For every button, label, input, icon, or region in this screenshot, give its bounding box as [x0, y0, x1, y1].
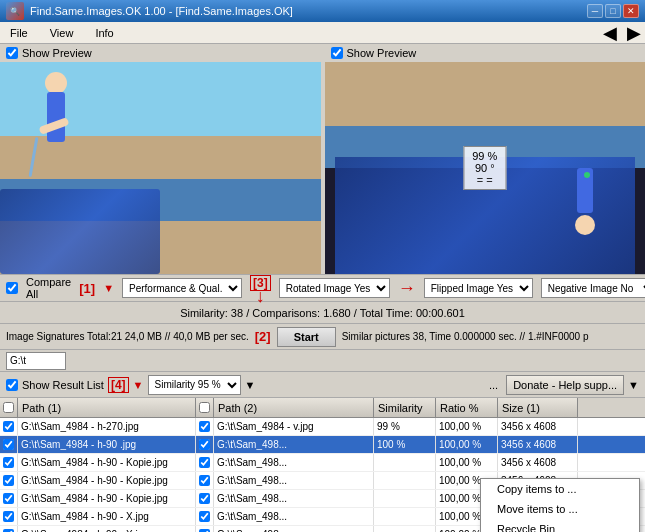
row-path1-0: G:\t\Sam_4984 - h-270.jpg — [18, 418, 196, 435]
flipped-select[interactable]: Flipped Image Yes Flipped Image No — [424, 278, 533, 298]
checkbox2-5[interactable] — [199, 511, 210, 522]
start-bar: Image Signatures Total:21 24,0 MB // 40,… — [0, 324, 645, 350]
checkbox1-2[interactable] — [3, 457, 14, 468]
row-path2-1: G:\t\Sam_498... — [214, 436, 374, 453]
checkbox1-1[interactable] — [3, 439, 14, 450]
context-recycle[interactable]: Recycle Bin — [481, 519, 639, 532]
menu-view[interactable]: View — [44, 25, 80, 41]
checkbox2-3[interactable] — [199, 475, 210, 486]
preview-section: Show Preview — [0, 44, 645, 274]
row-check2-4[interactable] — [196, 490, 214, 507]
close-button[interactable]: ✕ — [623, 4, 639, 18]
checkbox2-2[interactable] — [199, 457, 210, 468]
label-4: [4] — [108, 377, 129, 393]
scene-left — [0, 62, 321, 274]
row-check1-4[interactable] — [0, 490, 18, 507]
context-move[interactable]: Move items to ... — [481, 499, 639, 519]
header-check1 — [0, 398, 18, 417]
label-1: [1] — [79, 281, 95, 296]
nav-back-button[interactable]: ◀ — [603, 22, 617, 44]
compare-all-checkbox[interactable] — [6, 282, 18, 294]
row-sim-2 — [374, 454, 436, 471]
row-path1-6: G:\t\Sam_4984 - h-90 - X.jpg — [18, 526, 196, 532]
nav-forward-button[interactable]: ▶ — [627, 22, 641, 44]
row-path1-5: G:\t\Sam_4984 - h-90 - X.jpg — [18, 508, 196, 525]
show-preview-right-checkbox[interactable] — [331, 47, 343, 59]
start-button[interactable]: Start — [277, 327, 336, 347]
checkbox2-1[interactable] — [199, 439, 210, 450]
arrow-down-3: ↓ — [256, 291, 265, 302]
row-check2-5[interactable] — [196, 508, 214, 525]
context-menu[interactable]: Copy items to ... Move items to ... Recy… — [480, 478, 640, 532]
title-bar-controls[interactable]: ─ □ ✕ — [587, 4, 639, 18]
row-check1-2[interactable] — [0, 454, 18, 471]
preview-pane-left: Show Preview — [0, 44, 321, 274]
child-head — [45, 72, 67, 94]
dropdown-arrow-4: ▼ — [133, 379, 144, 391]
similarity-bar: Similarity: 38 / Comparisons: 1.680 / To… — [0, 302, 645, 324]
compare-all-label: Compare All — [26, 276, 71, 300]
row-size-2: 3456 x 4608 — [498, 454, 578, 471]
menu-file[interactable]: File — [4, 25, 34, 41]
similar-text: Similar pictures 38, Time 0.000000 sec. … — [342, 331, 639, 342]
header-ratio[interactable]: Ratio % — [436, 398, 498, 417]
table-row[interactable]: G:\t\Sam_4984 - h-90 .jpg G:\t\Sam_498..… — [0, 436, 645, 454]
minimize-button[interactable]: ─ — [587, 4, 603, 18]
header-checkbox-2[interactable] — [199, 402, 210, 413]
header-similarity[interactable]: Similarity — [374, 398, 436, 417]
header-path2[interactable]: Path (2) — [214, 398, 374, 417]
row-sim-4 — [374, 490, 436, 507]
checkbox1-4[interactable] — [3, 493, 14, 504]
checkbox1-5[interactable] — [3, 511, 14, 522]
overlay-equals: = = — [472, 174, 497, 186]
dropdown-arrow-5: ▼ — [245, 379, 256, 391]
checkbox1-3[interactable] — [3, 475, 14, 486]
table-row[interactable]: G:\t\Sam_4984 - h-270.jpg G:\t\Sam_4984 … — [0, 418, 645, 436]
row-check2-6[interactable] — [196, 526, 214, 532]
show-result-list-label: Show Result List — [22, 379, 104, 391]
row-path1-2: G:\t\Sam_4984 - h-90 - Kopie.jpg — [18, 454, 196, 471]
checkbox1-0[interactable] — [3, 421, 14, 432]
signatures-text: Image Signatures Total:21 24,0 MB // 40,… — [6, 331, 249, 342]
row-check1-3[interactable] — [0, 472, 18, 489]
table-row[interactable]: G:\t\Sam_4984 - h-90 - Kopie.jpg G:\t\Sa… — [0, 454, 645, 472]
row-check1-0[interactable] — [0, 418, 18, 435]
performance-select[interactable]: Performance & Qual... — [122, 278, 242, 298]
row-check2-3[interactable] — [196, 472, 214, 489]
negative-select[interactable]: Negative Image No Negative Image Yes — [541, 278, 645, 298]
row-check1-5[interactable] — [0, 508, 18, 525]
overlay-angle: 90 ° — [472, 162, 497, 174]
show-result-list-checkbox[interactable] — [6, 379, 18, 391]
row-path2-0: G:\t\Sam_4984 - v.jpg — [214, 418, 374, 435]
menu-info[interactable]: Info — [89, 25, 119, 41]
donate-help-button[interactable]: Donate - Help supp... — [506, 375, 624, 395]
show-preview-left-checkbox[interactable] — [6, 47, 18, 59]
checkbox2-4[interactable] — [199, 493, 210, 504]
row-sim-3 — [374, 472, 436, 489]
image-left — [0, 62, 321, 274]
header-size[interactable]: Size (1) — [498, 398, 578, 417]
show-preview-left-label: Show Preview — [22, 47, 92, 59]
label-2: [2] — [255, 329, 271, 344]
show-preview-left-row: Show Preview — [0, 44, 321, 62]
row-check2-0[interactable] — [196, 418, 214, 435]
similarity-text: Similarity: 38 / Comparisons: 1.680 / To… — [180, 307, 465, 319]
maximize-button[interactable]: □ — [605, 4, 621, 18]
row-check2-1[interactable] — [196, 436, 214, 453]
row-check1-6[interactable] — [0, 526, 18, 532]
results-area: Path (1) Path (2) Similarity Ratio % Siz… — [0, 398, 645, 532]
header-path1[interactable]: Path (1) — [18, 398, 196, 417]
checkbox2-0[interactable] — [199, 421, 210, 432]
row-sim-6 — [374, 526, 436, 532]
similarity-pct-select[interactable]: Similarity 95 % Similarity 90 % Similari… — [148, 375, 241, 395]
row-check2-2[interactable] — [196, 454, 214, 471]
header-checkbox-1[interactable] — [3, 402, 14, 413]
rotated-select[interactable]: Rotated Image Yes Rotated Image No — [279, 278, 390, 298]
row-size-1: 3456 x 4608 — [498, 436, 578, 453]
dot-dot-dot: ... — [489, 379, 498, 391]
child-head-inv — [575, 215, 595, 235]
row-check1-1[interactable] — [0, 436, 18, 453]
path-input[interactable] — [6, 352, 66, 370]
dropdown-arrow-donate: ▼ — [628, 379, 639, 391]
context-copy[interactable]: Copy items to ... — [481, 479, 639, 499]
